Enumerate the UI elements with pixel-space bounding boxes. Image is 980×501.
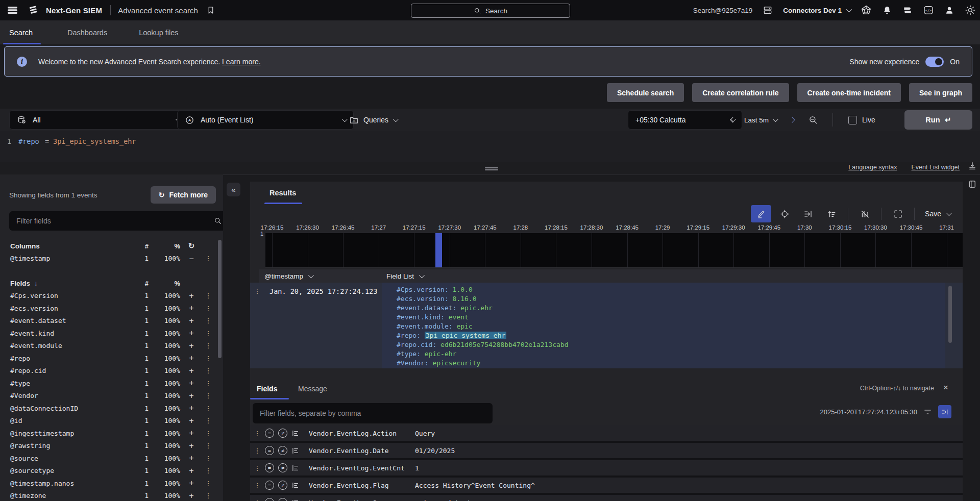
add-to-field-list-button[interactable]	[291, 446, 300, 455]
live-checkbox[interactable]: Live	[848, 116, 875, 124]
api-code-icon[interactable]: </>	[923, 5, 934, 16]
timestamp-column-header[interactable]: @timestamp	[259, 272, 381, 280]
save-dropdown[interactable]: Save	[921, 210, 954, 218]
add-to-field-list-button[interactable]	[291, 498, 300, 501]
fetch-more-button[interactable]: ↻ Fetch more	[151, 186, 216, 204]
field-list-icon[interactable]	[291, 464, 300, 472]
field-row[interactable]: #type1100%+⋮	[0, 377, 217, 390]
timezone-dropdown[interactable]: +05:30 Calcutta	[628, 110, 742, 130]
widgets-panel-icon[interactable]	[968, 180, 977, 189]
field-row[interactable]: @sourcetype1100%+⋮	[0, 465, 217, 478]
add-column-button[interactable]: +	[180, 379, 203, 388]
sidebar-scrollbar[interactable]	[218, 240, 222, 358]
user-profile-icon[interactable]	[944, 5, 954, 15]
tab-lookup-files[interactable]: Lookup files	[132, 20, 191, 44]
theme-sun-icon[interactable]	[965, 5, 976, 16]
filter-not-equals-icon[interactable]: ≠	[278, 446, 287, 455]
see-in-graph-button[interactable]: See in graph	[909, 83, 972, 102]
hide-histogram-icon[interactable]	[854, 205, 875, 222]
add-to-field-list-button[interactable]	[291, 464, 300, 472]
sort-ascending-icon[interactable]	[821, 205, 842, 222]
add-column-button[interactable]: +	[180, 341, 203, 350]
detail-field-row[interactable]: ⋮=≠ Vendor.EventLog.EventCnt1	[250, 460, 963, 475]
add-column-button[interactable]: +	[180, 329, 203, 338]
field-list-icon[interactable]	[291, 446, 300, 455]
close-icon[interactable]: ×	[943, 383, 948, 393]
add-column-button[interactable]: +	[180, 391, 203, 400]
field-row[interactable]: @id1100%+⋮	[0, 415, 217, 428]
field-menu-kebab-icon[interactable]: ⋮	[203, 417, 214, 424]
row-menu-kebab-icon[interactable]: ⋮	[254, 464, 261, 472]
annotate-pen-icon[interactable]	[751, 205, 771, 222]
filter-lines-icon[interactable]	[923, 408, 932, 416]
zoom-out-icon[interactable]	[808, 115, 818, 125]
field-row[interactable]: #event.dataset1100%+⋮	[0, 315, 217, 328]
create-correlation-rule-button[interactable]: Create correlation rule	[692, 83, 789, 102]
field-row[interactable]: @timestamp1100%−⋮	[0, 253, 217, 265]
drag-handle[interactable]	[485, 166, 498, 171]
hamburger-menu-icon[interactable]	[6, 4, 18, 16]
view-selector-dropdown[interactable]: A Auto (Event List)	[177, 110, 354, 130]
marketplace-icon[interactable]	[861, 5, 872, 16]
tab-search[interactable]: Search	[2, 20, 46, 44]
time-range-dropdown[interactable]: Last 5m	[744, 116, 777, 124]
field-menu-kebab-icon[interactable]: ⋮	[203, 367, 214, 374]
row-menu-kebab-icon[interactable]: ⋮	[254, 430, 261, 437]
filter-equals-icon[interactable]: =	[265, 446, 274, 455]
fullscreen-icon[interactable]	[888, 205, 908, 222]
row-menu-kebab-icon[interactable]: ⋮	[254, 447, 261, 455]
data-connections-icon[interactable]	[763, 5, 773, 15]
crosshair-icon[interactable]	[774, 205, 795, 222]
sort-descending-icon[interactable]: ↓	[34, 280, 38, 287]
field-menu-kebab-icon[interactable]: ⋮	[203, 317, 214, 324]
dock-panel-icon[interactable]	[968, 161, 977, 170]
field-row[interactable]: #ecs.version1100%+⋮	[0, 302, 217, 315]
field-menu-kebab-icon[interactable]: ⋮	[203, 330, 214, 337]
add-column-button[interactable]: +	[180, 491, 203, 500]
row-menu-kebab-icon[interactable]: ⋮	[254, 499, 261, 501]
field-list-icon[interactable]	[291, 481, 300, 490]
add-column-button[interactable]: +	[180, 454, 203, 463]
repo-selector-dropdown[interactable]: All	[9, 110, 187, 130]
filter-fields-input[interactable]: Filter fields	[9, 211, 223, 231]
filter-equals-icon[interactable]: =	[265, 429, 274, 438]
detail-field-row[interactable]: ⋮=≠ Vendor.EventLog.FlagAccess History^E…	[250, 478, 963, 493]
field-menu-kebab-icon[interactable]: ⋮	[203, 355, 214, 362]
histogram-bar[interactable]	[435, 233, 442, 267]
field-menu-kebab-icon[interactable]: ⋮	[203, 305, 214, 312]
field-menu-kebab-icon[interactable]: ⋮	[203, 455, 214, 462]
add-column-button[interactable]: +	[180, 316, 203, 325]
field-menu-kebab-icon[interactable]: ⋮	[203, 392, 214, 399]
query-editor[interactable]: 1 #repo = 3pi_epic_systems_ehr	[0, 131, 980, 162]
filter-not-equals-icon[interactable]: ≠	[278, 463, 287, 472]
field-row[interactable]: @rawstring1100%+⋮	[0, 440, 217, 453]
field-row[interactable]: #Cps.version1100%+⋮	[0, 290, 217, 303]
field-row[interactable]: #repo.cid1100%+⋮	[0, 365, 217, 378]
field-menu-kebab-icon[interactable]: ⋮	[203, 380, 214, 387]
field-menu-kebab-icon[interactable]: ⋮	[203, 480, 214, 487]
detail-field-row[interactable]: ⋮=≠ Vendor.EventLog.ActionQuery	[250, 425, 963, 441]
filter-equals-icon[interactable]: =	[265, 481, 274, 490]
timeline-histogram[interactable]	[265, 233, 963, 268]
language-syntax-link[interactable]: Language syntax	[848, 164, 897, 171]
filter-equals-icon[interactable]: =	[265, 463, 274, 472]
add-column-button[interactable]: +	[180, 404, 203, 413]
field-row[interactable]: #repo1100%+⋮	[0, 352, 217, 365]
event-row[interactable]: ⋮ Jan. 20, 2025 17:27:24.123 #Cps.versio…	[250, 283, 963, 368]
global-search-input[interactable]: Search	[411, 4, 570, 18]
jump-to-end-icon[interactable]	[798, 205, 818, 222]
field-row[interactable]: @ingesttimestamp1100%+⋮	[0, 427, 217, 440]
add-column-button[interactable]: +	[180, 466, 203, 475]
event-list-widget-link[interactable]: Event List widget	[912, 164, 960, 171]
row-menu-kebab-icon[interactable]: ⋮	[250, 283, 264, 368]
notifications-bell-icon[interactable]	[882, 5, 892, 15]
tab-fields[interactable]: Fields	[257, 379, 277, 399]
field-menu-kebab-icon[interactable]: ⋮	[203, 467, 214, 474]
detail-field-row[interactable]: ⋮=≠ Vendor.EventLog.Sourceepic-prod-test	[250, 495, 963, 501]
detail-field-row[interactable]: ⋮=≠ Vendor.EventLog.Date01/20/2025	[250, 443, 963, 458]
add-column-button[interactable]: +	[180, 304, 203, 313]
field-menu-kebab-icon[interactable]: ⋮	[203, 255, 214, 262]
add-column-button[interactable]: +	[180, 366, 203, 375]
field-row[interactable]: @source1100%+⋮	[0, 452, 217, 465]
create-one-time-incident-button[interactable]: Create one-time incident	[797, 83, 901, 102]
